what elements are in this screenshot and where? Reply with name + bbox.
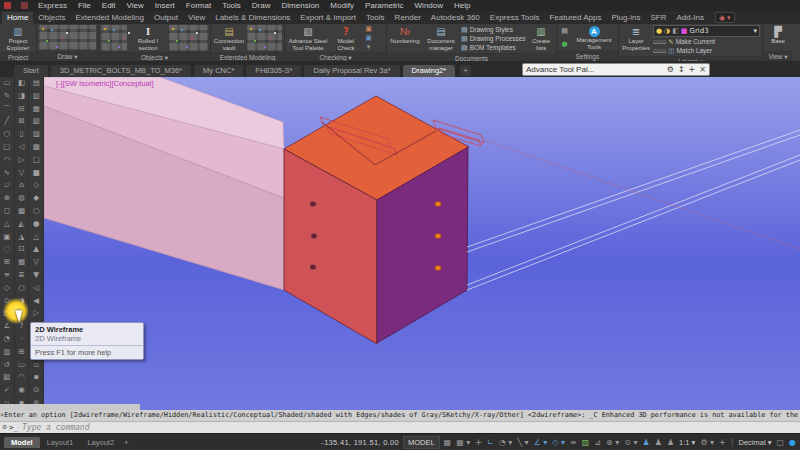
- menu-item-help[interactable]: Help: [454, 1, 470, 10]
- annotation-scale-icon[interactable]: ♟: [667, 437, 674, 448]
- tool-icon[interactable]: ▲: [29, 243, 43, 256]
- menu-item-express[interactable]: Express: [38, 1, 67, 10]
- tool-icon[interactable]: ◠: [0, 154, 14, 167]
- tool-icon[interactable]: ◉: [15, 384, 29, 397]
- menu-item-file[interactable]: File: [78, 1, 91, 10]
- tool-icon[interactable]: ◔: [0, 333, 14, 346]
- tool-icon[interactable]: ▷: [15, 154, 29, 167]
- panel-settings-label[interactable]: Settings: [557, 51, 618, 61]
- tool-icon[interactable]: ▥: [29, 90, 43, 103]
- annotation-visibility-icon[interactable]: ♟: [643, 437, 650, 448]
- selection-cycling-icon[interactable]: ⊿: [594, 437, 601, 448]
- snap-mode-icon[interactable]: ▦ ▾: [456, 437, 470, 448]
- ribbon-tab-output[interactable]: Output: [149, 12, 183, 24]
- numbering-button[interactable]: № Numbering: [389, 25, 421, 52]
- management-tools-button[interactable]: A Management Tools: [572, 25, 616, 50]
- create-lists-button[interactable]: ▥ Create lists: [529, 25, 553, 52]
- tool-icon[interactable]: ▫: [29, 359, 43, 372]
- panel-draw-label[interactable]: Draw ▾: [37, 51, 98, 61]
- bolt-hole-side-1[interactable]: [435, 201, 441, 206]
- drawing-styles-button[interactable]: ▤ Drawing Styles: [461, 25, 527, 34]
- tool-icon[interactable]: ▤: [29, 77, 43, 90]
- tool-icon[interactable]: ◧: [15, 77, 29, 90]
- tool-icon[interactable]: ○: [29, 205, 43, 218]
- tool-icon[interactable]: ▧: [0, 371, 14, 384]
- tool-icon[interactable]: ▨: [29, 128, 43, 141]
- tool-icon[interactable]: △: [29, 231, 43, 244]
- bolt-hole-side-2[interactable]: [435, 233, 441, 238]
- tool-icon[interactable]: ◇: [29, 179, 43, 192]
- tool-icon[interactable]: ◁: [29, 282, 43, 295]
- panel-documents-label[interactable]: Documents: [387, 53, 556, 61]
- tool-icon[interactable]: ○: [0, 128, 14, 141]
- objects-icon-grid-2[interactable]: [169, 25, 208, 51]
- separator[interactable]: |: [731, 437, 734, 448]
- panel-project-label[interactable]: Project: [0, 52, 36, 61]
- tool-icon[interactable]: ✓: [0, 384, 14, 397]
- tool-icon[interactable]: ▷: [29, 307, 43, 320]
- app-icon[interactable]: [4, 2, 11, 9]
- a360-status-icon[interactable]: ●: [789, 437, 796, 448]
- checking-mini-icons[interactable]: ▣▣▾: [363, 25, 374, 51]
- ribbon-tab-export-import[interactable]: Export & Import: [295, 12, 361, 24]
- model-viewport[interactable]: [-][SW Isometric][Conceptual]: [44, 77, 800, 410]
- infer-constraints-icon[interactable]: +: [475, 437, 482, 448]
- tool-icon[interactable]: ⊞: [15, 346, 29, 359]
- tool-icon[interactable]: ▩: [15, 205, 29, 218]
- tool-icon[interactable]: ≡: [0, 269, 14, 282]
- ribbon-tab-extended-modeling[interactable]: Extended Modeling: [70, 12, 149, 24]
- tool-icon[interactable]: ⊟: [15, 103, 29, 116]
- tool-icon[interactable]: ◆: [29, 192, 43, 205]
- document-tab[interactable]: Daily Proposal Rev 3a*: [304, 65, 399, 77]
- dynamic-ucs-icon[interactable]: ⊕ ▾: [606, 437, 619, 448]
- menu-item-edit[interactable]: Edit: [102, 1, 116, 10]
- ribbon-tab-labels-dimensions[interactable]: Labels & Dimensions: [210, 12, 295, 24]
- viewport-controls-label[interactable]: [-][SW Isometric][Conceptual]: [56, 79, 154, 88]
- document-tab[interactable]: My CNC*: [194, 65, 243, 77]
- tool-icon[interactable]: ▽: [15, 167, 29, 180]
- bolt-hole-front-3[interactable]: [310, 264, 316, 269]
- document-tab[interactable]: FH8305-S*: [246, 65, 301, 77]
- document-tab[interactable]: Start: [14, 65, 48, 77]
- document-tab[interactable]: Drawing2*: [403, 65, 456, 77]
- clean-screen-icon[interactable]: ▢: [776, 437, 784, 448]
- command-input[interactable]: ⚙ >_ Type a command: [0, 421, 800, 433]
- ribbon-tab-render[interactable]: Render: [390, 12, 426, 24]
- new-layout-button[interactable]: +: [124, 438, 129, 447]
- annotation-monitor-icon[interactable]: +: [719, 437, 726, 448]
- tool-icon[interactable]: ●: [29, 218, 43, 231]
- panel-checking-label[interactable]: Checking ▾: [285, 52, 386, 61]
- tool-icon[interactable]: ◨: [15, 90, 29, 103]
- layout-tab-layout2[interactable]: Layout2: [80, 437, 121, 448]
- menu-item-dimension[interactable]: Dimension: [282, 1, 320, 10]
- pin-icon[interactable]: ↕: [678, 65, 685, 74]
- tool-icon[interactable]: ▧: [29, 115, 43, 128]
- close-icon[interactable]: ×: [699, 65, 706, 74]
- rolled-i-section-button[interactable]: I Rolled I section: [129, 25, 167, 51]
- tool-icon[interactable]: □: [29, 154, 43, 167]
- tool-icon[interactable]: ▽: [29, 256, 43, 269]
- isodraft-icon[interactable]: ╲ ▾: [517, 437, 528, 448]
- tool-icon[interactable]: ▩: [29, 141, 43, 154]
- menu-item-window[interactable]: Window: [415, 1, 443, 10]
- menu-item-tools[interactable]: Tools: [222, 1, 241, 10]
- express-app-icon[interactable]: [21, 2, 28, 9]
- menu-item-draw[interactable]: Draw: [252, 1, 271, 10]
- osnap-icon[interactable]: ∠ ▾: [534, 437, 548, 448]
- command-wrench-icon[interactable]: ⚙: [0, 423, 9, 431]
- tool-icon[interactable]: ╱: [0, 115, 14, 128]
- tool-icon[interactable]: ◦: [15, 333, 29, 346]
- tool-icon[interactable]: ◍: [15, 192, 29, 205]
- document-manager-button[interactable]: ▤ Document manager: [423, 25, 459, 52]
- tool-icon[interactable]: ▥: [0, 346, 14, 359]
- command-window[interactable]: × Enter an option [2dwireframe/Wireframe…: [0, 410, 800, 433]
- advance-steel-tool-palette-button[interactable]: ▧ Advance Steel Tool Palette: [287, 25, 329, 51]
- tool-icon[interactable]: ▦: [29, 103, 43, 116]
- match-layer-button[interactable]: ▫▫▫ ◫ Match Layer: [653, 46, 760, 55]
- connection-vault-button[interactable]: ▤ Connection vault: [213, 25, 245, 51]
- tool-icon[interactable]: ▼: [29, 269, 43, 282]
- model-space-button[interactable]: MODEL: [403, 436, 440, 449]
- tool-icon[interactable]: ⊕: [0, 192, 14, 205]
- settings-mini-icons[interactable]: ▤●: [559, 25, 570, 50]
- panel-extmod-label[interactable]: Extended Modeling: [211, 52, 284, 61]
